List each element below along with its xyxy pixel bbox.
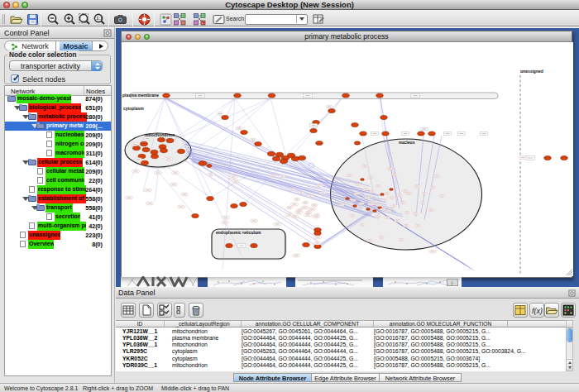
svg-text:plasma membrane: plasma membrane [122, 93, 159, 98]
svg-text:nucleus: nucleus [399, 139, 415, 144]
svg-text:cytoplasm: cytoplasm [123, 105, 144, 110]
svg-text:unassigned: unassigned [520, 68, 543, 73]
svg-text:endoplasmic reticulum: endoplasmic reticulum [216, 229, 261, 234]
svg-text:mitochondrion: mitochondrion [145, 131, 175, 136]
svg-text:f(x): f(x) [532, 307, 543, 315]
svg-text:1:1: 1:1 [96, 16, 103, 21]
